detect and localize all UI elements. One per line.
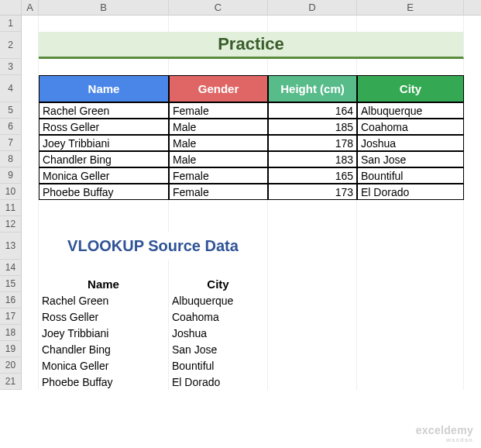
select-all-corner[interactable] [0, 0, 22, 15]
row-header-21[interactable]: 21 [0, 374, 22, 390]
cell[interactable] [268, 276, 357, 292]
cell[interactable] [22, 59, 39, 75]
src-city[interactable]: Albuquerque [169, 292, 268, 308]
cell[interactable] [22, 200, 39, 216]
cell[interactable] [268, 216, 357, 233]
cell[interactable] [268, 59, 357, 75]
cell[interactable] [357, 260, 464, 276]
cell[interactable] [357, 200, 464, 216]
cell[interactable] [169, 200, 268, 216]
cell[interactable] [22, 216, 39, 233]
cell[interactable] [169, 16, 268, 32]
cell-height[interactable]: 173 [268, 184, 357, 200]
cell-height[interactable]: 164 [268, 102, 357, 119]
src-city[interactable]: El Dorado [169, 374, 268, 390]
cell-gender[interactable]: Female [169, 167, 268, 184]
cell[interactable] [357, 357, 464, 374]
src-city[interactable]: Bountiful [169, 357, 268, 374]
src-name[interactable]: Monica Geller [39, 357, 169, 374]
cell[interactable] [357, 292, 464, 308]
row-header-5[interactable]: 5 [0, 102, 22, 119]
cell[interactable] [268, 325, 357, 341]
th-city[interactable]: City [357, 75, 464, 102]
cell[interactable] [22, 135, 39, 151]
col-header-a[interactable]: A [22, 0, 39, 15]
cell-city[interactable]: Coahoma [357, 119, 464, 135]
cell-gender[interactable]: Male [169, 119, 268, 135]
cell-gender[interactable]: Female [169, 102, 268, 119]
cell[interactable] [357, 308, 464, 325]
cell[interactable] [357, 16, 464, 32]
col-header-d[interactable]: D [268, 0, 357, 15]
cell[interactable] [268, 260, 357, 276]
cell[interactable] [268, 374, 357, 390]
src-name[interactable]: Chandler Bing [39, 341, 169, 357]
row-header-7[interactable]: 7 [0, 135, 22, 151]
col-header-e[interactable]: E [357, 0, 464, 15]
cell[interactable] [357, 233, 464, 260]
cell-height[interactable]: 165 [268, 167, 357, 184]
th-name[interactable]: Name [39, 75, 169, 102]
cell[interactable] [357, 59, 464, 75]
cell[interactable] [268, 341, 357, 357]
src-name[interactable]: Rachel Green [39, 292, 169, 308]
cell-gender[interactable]: Male [169, 151, 268, 167]
cell[interactable] [357, 374, 464, 390]
row-header-9[interactable]: 9 [0, 167, 22, 184]
cell[interactable] [39, 16, 169, 32]
cell[interactable] [22, 260, 39, 276]
col-header-b[interactable]: B [39, 0, 169, 15]
source-title[interactable]: VLOOKUP Source Data [39, 233, 268, 260]
row-header-17[interactable]: 17 [0, 308, 22, 325]
th-gender[interactable]: Gender [169, 75, 268, 102]
cell[interactable] [22, 292, 39, 308]
cell[interactable] [22, 325, 39, 341]
cell[interactable] [39, 216, 169, 233]
cell[interactable] [22, 32, 39, 59]
src-city[interactable]: Coahoma [169, 308, 268, 325]
cell-gender[interactable]: Male [169, 135, 268, 151]
cell[interactable] [22, 308, 39, 325]
cell[interactable] [357, 276, 464, 292]
cell[interactable] [22, 357, 39, 374]
cell-name[interactable]: Phoebe Buffay [39, 184, 169, 200]
src-name[interactable]: Joey Tribbiani [39, 325, 169, 341]
cell-name[interactable]: Ross Geller [39, 119, 169, 135]
cell[interactable] [268, 233, 357, 260]
cell-name[interactable]: Chandler Bing [39, 151, 169, 167]
cell-name[interactable]: Monica Geller [39, 167, 169, 184]
row-header-16[interactable]: 16 [0, 292, 22, 308]
cell[interactable] [22, 184, 39, 200]
cell[interactable] [22, 167, 39, 184]
cell[interactable] [268, 357, 357, 374]
cell-gender[interactable]: Female [169, 184, 268, 200]
cell[interactable] [169, 59, 268, 75]
cell[interactable] [39, 200, 169, 216]
cell-name[interactable]: Joey Tribbiani [39, 135, 169, 151]
cell-name[interactable]: Rachel Green [39, 102, 169, 119]
src-city[interactable]: Joshua [169, 325, 268, 341]
cell-city[interactable]: Joshua [357, 135, 464, 151]
cell[interactable] [357, 341, 464, 357]
cell-city[interactable]: Bountiful [357, 167, 464, 184]
row-header-6[interactable]: 6 [0, 119, 22, 135]
src-name[interactable]: Phoebe Buffay [39, 374, 169, 390]
cell[interactable] [22, 102, 39, 119]
row-header-20[interactable]: 20 [0, 357, 22, 374]
cell[interactable] [169, 260, 268, 276]
cell[interactable] [268, 16, 357, 32]
cell-height[interactable]: 185 [268, 119, 357, 135]
cell-city[interactable]: San Jose [357, 151, 464, 167]
row-header-13[interactable]: 13 [0, 233, 22, 260]
cell[interactable] [22, 341, 39, 357]
cell-city[interactable]: Albuquerque [357, 102, 464, 119]
row-header-19[interactable]: 19 [0, 341, 22, 357]
cell[interactable] [22, 233, 39, 260]
row-header-12[interactable]: 12 [0, 216, 22, 233]
row-header-10[interactable]: 10 [0, 184, 22, 200]
cell[interactable] [39, 260, 169, 276]
cell[interactable] [22, 276, 39, 292]
cell[interactable] [169, 216, 268, 233]
th-height[interactable]: Height (cm) [268, 75, 357, 102]
row-header-11[interactable]: 11 [0, 200, 22, 216]
